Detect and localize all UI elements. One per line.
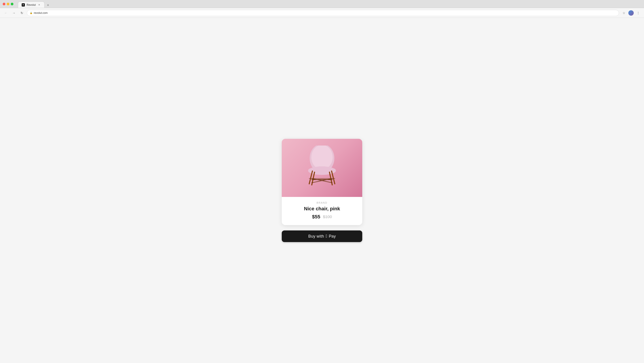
product-card: BRAND Nice chair, pink $55 $100 (282, 139, 362, 225)
page-container: BRAND Nice chair, pink $55 $100 Buy with… (277, 130, 367, 251)
traffic-lights (3, 3, 14, 5)
new-tab-button[interactable]: + (46, 2, 51, 8)
product-image (302, 145, 342, 190)
bookmark-button[interactable]: ☆ (621, 10, 627, 16)
browser-toolbar: ← → ↻ 🔒 revolut.com ☆ ⋮ (0, 8, 644, 18)
tab-title: Revolut (26, 3, 36, 6)
apple-pay-button[interactable]: Buy with  Pay (282, 230, 362, 242)
forward-button[interactable]: → (11, 10, 17, 16)
price-current: $55 (312, 214, 320, 220)
kebab-menu-icon: ⋮ (636, 11, 640, 15)
tab-bar: R Revolut ✕ + (18, 0, 51, 8)
back-button[interactable]: ← (3, 10, 9, 16)
buy-with-label: Buy with (308, 234, 324, 239)
price-original: $100 (323, 215, 332, 219)
refresh-button[interactable]: ↻ (19, 10, 25, 16)
refresh-icon: ↻ (20, 11, 23, 15)
product-brand: BRAND (287, 201, 357, 204)
pay-label: Pay (329, 234, 336, 239)
menu-button[interactable]: ⋮ (635, 10, 641, 16)
tab-favicon: R (22, 3, 25, 6)
product-info: BRAND Nice chair, pink $55 $100 (282, 197, 362, 225)
star-icon: ☆ (622, 11, 626, 15)
back-icon: ← (4, 11, 8, 15)
toolbar-actions: ☆ ⋮ (621, 10, 641, 16)
browser-content: BRAND Nice chair, pink $55 $100 Buy with… (0, 18, 644, 363)
product-image-container (282, 139, 362, 197)
profile-avatar (628, 10, 634, 16)
address-text: revolut.com (34, 11, 48, 14)
product-pricing: $55 $100 (287, 214, 357, 220)
browser-window: R Revolut ✕ + ← → ↻ 🔒 revolut.com ☆ (0, 0, 644, 363)
product-name: Nice chair, pink (287, 206, 357, 212)
svg-point-1 (311, 145, 332, 170)
apple-logo-icon:  (326, 234, 327, 238)
forward-icon: → (12, 11, 16, 15)
tab-close-button[interactable]: ✕ (38, 3, 41, 6)
profile-button[interactable] (628, 10, 634, 16)
maximize-button[interactable] (11, 3, 14, 5)
active-tab[interactable]: R Revolut ✕ (18, 1, 44, 8)
close-button[interactable] (3, 3, 5, 5)
lock-icon: 🔒 (30, 12, 32, 14)
browser-titlebar: R Revolut ✕ + (0, 0, 644, 8)
minimize-button[interactable] (7, 3, 10, 5)
address-bar[interactable]: 🔒 revolut.com (27, 10, 619, 16)
